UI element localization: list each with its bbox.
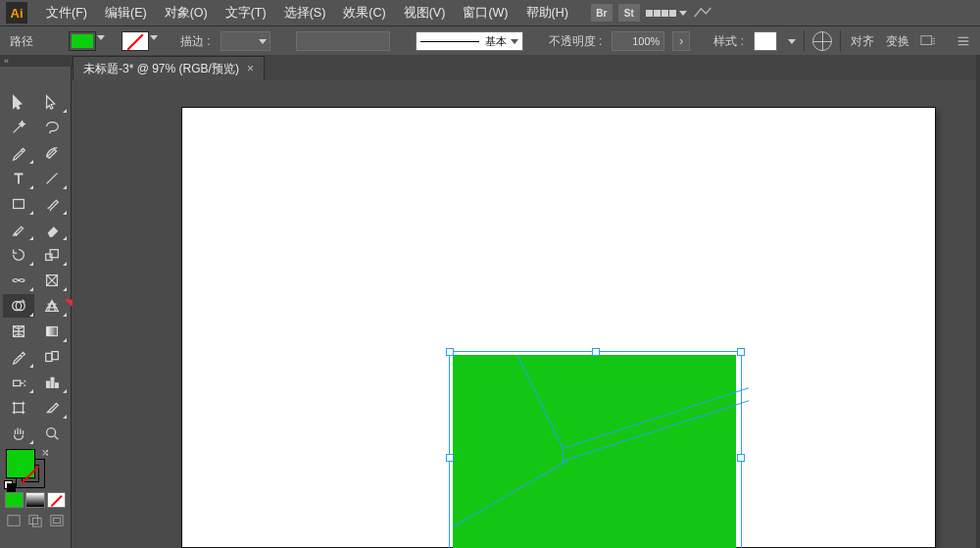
green-rectangle-object[interactable] <box>453 355 736 548</box>
toolbox: ⤭ <box>0 67 72 548</box>
curvature-tool[interactable] <box>36 141 68 165</box>
slice-tool[interactable] <box>36 396 68 420</box>
menu-edit[interactable]: 编辑(E) <box>96 0 156 25</box>
line-segment-tool[interactable] <box>36 167 68 190</box>
draw-behind-icon[interactable] <box>27 514 43 527</box>
menu-effect[interactable]: 效果(C) <box>334 0 394 25</box>
width-tool[interactable] <box>3 269 34 292</box>
direct-selection-tool[interactable] <box>36 90 68 114</box>
arrange-docs-button[interactable] <box>646 10 687 17</box>
perspective-grid-tool[interactable] <box>36 294 68 318</box>
svg-rect-15 <box>29 516 38 524</box>
stroke-profile-dropdown[interactable] <box>296 31 390 51</box>
pen-tool[interactable] <box>3 141 34 165</box>
zoom-tool[interactable] <box>36 422 68 445</box>
symbol-sprayer-tool[interactable] <box>3 371 34 394</box>
magic-wand-tool[interactable] <box>3 116 34 139</box>
panel-menu-icon[interactable] <box>955 33 972 49</box>
eraser-tool[interactable] <box>36 218 68 241</box>
color-mode-gradient[interactable] <box>25 492 44 508</box>
svg-rect-16 <box>32 518 41 526</box>
brush-definition-dropdown[interactable]: 基本 <box>416 31 523 51</box>
svg-rect-0 <box>921 36 932 45</box>
selection-tool[interactable] <box>3 90 34 114</box>
color-mode-row <box>0 490 71 510</box>
fill-stroke-indicator[interactable]: ⤭ <box>6 449 45 488</box>
draw-normal-icon[interactable] <box>6 514 22 527</box>
menu-window[interactable]: 窗口(W) <box>454 0 516 25</box>
control-bar: 路径 描边 : 基本 不透明度 : 100% › 样式 : 对齐 变换 <box>0 25 980 57</box>
svg-rect-8 <box>47 327 58 336</box>
color-mode-solid[interactable] <box>5 492 24 508</box>
graphic-style-dropdown[interactable] <box>754 31 777 51</box>
column-graph-tool[interactable] <box>36 371 68 394</box>
transform-panel-button[interactable]: 变换 <box>884 33 911 50</box>
shaper-tool[interactable] <box>3 218 34 241</box>
screen-mode-row <box>0 510 71 531</box>
menu-file[interactable]: 文件(F) <box>37 0 96 25</box>
svg-point-13 <box>47 428 56 437</box>
gradient-tool[interactable] <box>36 320 68 343</box>
type-tool[interactable] <box>3 167 34 190</box>
stroke-label: 描边 : <box>178 33 213 50</box>
align-panel-button[interactable]: 对齐 <box>849 33 876 50</box>
svg-rect-9 <box>46 353 52 361</box>
stroke-weight-field[interactable] <box>220 31 270 51</box>
bridge-button[interactable]: Br <box>591 4 612 22</box>
scale-tool[interactable] <box>36 243 68 267</box>
document-tab[interactable]: 未标题-3* @ 97% (RGB/预览) × <box>73 56 265 80</box>
hand-tool[interactable] <box>3 422 34 445</box>
svg-rect-14 <box>8 516 20 526</box>
menu-object[interactable]: 对象(O) <box>156 0 217 25</box>
draw-inside-icon[interactable] <box>49 514 65 527</box>
rotate-tool[interactable] <box>3 243 34 267</box>
right-panel-collapsed[interactable] <box>976 55 980 548</box>
fill-swatch[interactable] <box>69 31 96 51</box>
shape-builder-tool[interactable] <box>3 294 34 318</box>
close-tab-button[interactable]: × <box>247 62 254 75</box>
svg-rect-11 <box>14 380 21 385</box>
style-label: 样式 : <box>711 33 746 50</box>
color-mode-none[interactable] <box>47 492 66 508</box>
selection-type-label: 路径 <box>8 33 35 50</box>
stroke-swatch[interactable] <box>122 31 149 51</box>
opacity-field[interactable]: 100% <box>612 31 664 51</box>
free-transform-tool[interactable] <box>36 269 68 292</box>
opacity-label: 不透明度 : <box>547 33 605 50</box>
paintbrush-tool[interactable] <box>36 192 68 216</box>
artboard-tool[interactable] <box>3 396 34 420</box>
rectangle-tool[interactable] <box>3 192 34 216</box>
lasso-tool[interactable] <box>36 116 68 139</box>
gpu-preview-icon[interactable] <box>693 5 712 21</box>
canvas-area[interactable] <box>73 80 976 548</box>
menu-type[interactable]: 文字(T) <box>217 0 275 25</box>
stock-button[interactable]: St <box>618 4 640 22</box>
swap-fill-stroke-icon[interactable]: ⤭ <box>41 447 49 458</box>
eyedropper-tool[interactable] <box>3 345 34 369</box>
recolor-artwork-button[interactable] <box>812 31 832 51</box>
menu-extra-icons: Br St <box>591 4 712 22</box>
default-fill-stroke-icon[interactable] <box>4 480 16 492</box>
menu-bar: Ai 文件(F) 编辑(E) 对象(O) 文字(T) 选择(S) 效果(C) 视… <box>0 0 980 25</box>
svg-rect-17 <box>51 516 63 526</box>
opacity-step[interactable]: › <box>672 31 690 51</box>
menu-help[interactable]: 帮助(H) <box>517 0 577 25</box>
isolate-icon[interactable] <box>919 33 937 49</box>
svg-rect-10 <box>52 352 58 360</box>
document-tab-title: 未标题-3* @ 97% (RGB/预览) <box>83 61 239 77</box>
mesh-tool[interactable] <box>3 320 34 343</box>
blend-tool[interactable] <box>36 345 68 369</box>
document-tab-row: 未标题-3* @ 97% (RGB/预览) × <box>73 55 976 80</box>
svg-rect-1 <box>14 200 24 209</box>
svg-rect-12 <box>15 404 24 413</box>
app-logo: Ai <box>6 2 27 24</box>
svg-rect-18 <box>54 518 61 523</box>
menu-view[interactable]: 视图(V) <box>395 0 455 25</box>
menu-select[interactable]: 选择(S) <box>275 0 335 25</box>
